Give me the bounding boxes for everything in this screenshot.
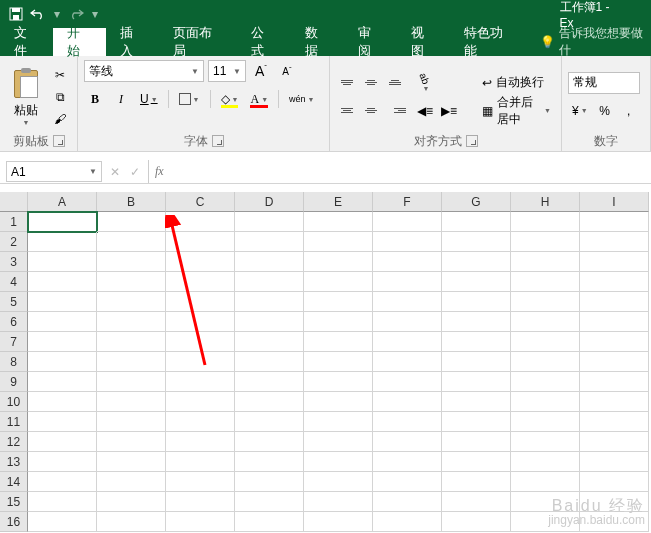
cell-G11[interactable] bbox=[442, 412, 511, 432]
cell-E15[interactable] bbox=[304, 492, 373, 512]
cell-A5[interactable] bbox=[28, 292, 97, 312]
cell-B14[interactable] bbox=[97, 472, 166, 492]
cell-H10[interactable] bbox=[511, 392, 580, 412]
font-color-button[interactable]: A▼ bbox=[246, 88, 272, 110]
cell-I8[interactable] bbox=[580, 352, 649, 372]
cell-E2[interactable] bbox=[304, 232, 373, 252]
tab-file[interactable]: 文件 bbox=[0, 28, 53, 56]
cell-A12[interactable] bbox=[28, 432, 97, 452]
cell-I6[interactable] bbox=[580, 312, 649, 332]
cell-F13[interactable] bbox=[373, 452, 442, 472]
cell-G7[interactable] bbox=[442, 332, 511, 352]
row-header-16[interactable]: 16 bbox=[0, 512, 28, 532]
italic-button[interactable]: I bbox=[110, 88, 132, 110]
col-header-C[interactable]: C bbox=[166, 192, 235, 212]
cell-H9[interactable] bbox=[511, 372, 580, 392]
cell-C15[interactable] bbox=[166, 492, 235, 512]
col-header-A[interactable]: A bbox=[28, 192, 97, 212]
cell-F6[interactable] bbox=[373, 312, 442, 332]
cell-H3[interactable] bbox=[511, 252, 580, 272]
tab-page-layout[interactable]: 页面布局 bbox=[159, 28, 237, 56]
cell-I13[interactable] bbox=[580, 452, 649, 472]
cell-H2[interactable] bbox=[511, 232, 580, 252]
cell-F11[interactable] bbox=[373, 412, 442, 432]
cell-I9[interactable] bbox=[580, 372, 649, 392]
cut-button[interactable]: ✂ bbox=[50, 66, 70, 84]
cell-D13[interactable] bbox=[235, 452, 304, 472]
cell-I10[interactable] bbox=[580, 392, 649, 412]
cell-H4[interactable] bbox=[511, 272, 580, 292]
cell-H16[interactable] bbox=[511, 512, 580, 532]
cell-D9[interactable] bbox=[235, 372, 304, 392]
cell-A8[interactable] bbox=[28, 352, 97, 372]
cell-B7[interactable] bbox=[97, 332, 166, 352]
cell-C10[interactable] bbox=[166, 392, 235, 412]
cell-I3[interactable] bbox=[580, 252, 649, 272]
cell-B13[interactable] bbox=[97, 452, 166, 472]
cell-I16[interactable] bbox=[580, 512, 649, 532]
cell-G8[interactable] bbox=[442, 352, 511, 372]
cell-G15[interactable] bbox=[442, 492, 511, 512]
cell-A16[interactable] bbox=[28, 512, 97, 532]
row-header-15[interactable]: 15 bbox=[0, 492, 28, 512]
row-header-11[interactable]: 11 bbox=[0, 412, 28, 432]
cell-H8[interactable] bbox=[511, 352, 580, 372]
fx-icon[interactable]: fx bbox=[149, 160, 170, 183]
cell-I5[interactable] bbox=[580, 292, 649, 312]
row-header-14[interactable]: 14 bbox=[0, 472, 28, 492]
cell-I4[interactable] bbox=[580, 272, 649, 292]
cell-B3[interactable] bbox=[97, 252, 166, 272]
cell-E8[interactable] bbox=[304, 352, 373, 372]
cell-B10[interactable] bbox=[97, 392, 166, 412]
cell-A2[interactable] bbox=[28, 232, 97, 252]
copy-button[interactable]: ⧉ bbox=[50, 88, 70, 106]
row-header-3[interactable]: 3 bbox=[0, 252, 28, 272]
row-header-1[interactable]: 1 bbox=[0, 212, 28, 232]
cell-F1[interactable] bbox=[373, 212, 442, 232]
save-icon[interactable] bbox=[8, 6, 24, 22]
cell-B1[interactable] bbox=[97, 212, 166, 232]
tab-special[interactable]: 特色功能 bbox=[450, 28, 528, 56]
shrink-font-button[interactable]: Aˇ bbox=[276, 60, 298, 82]
cell-G12[interactable] bbox=[442, 432, 511, 452]
cell-D4[interactable] bbox=[235, 272, 304, 292]
cell-E10[interactable] bbox=[304, 392, 373, 412]
cell-A9[interactable] bbox=[28, 372, 97, 392]
cell-G9[interactable] bbox=[442, 372, 511, 392]
cell-F5[interactable] bbox=[373, 292, 442, 312]
row-header-2[interactable]: 2 bbox=[0, 232, 28, 252]
cell-E13[interactable] bbox=[304, 452, 373, 472]
cell-C12[interactable] bbox=[166, 432, 235, 452]
cell-G1[interactable] bbox=[442, 212, 511, 232]
cell-B16[interactable] bbox=[97, 512, 166, 532]
cell-B9[interactable] bbox=[97, 372, 166, 392]
align-center-button[interactable] bbox=[360, 100, 382, 122]
cell-B4[interactable] bbox=[97, 272, 166, 292]
row-header-13[interactable]: 13 bbox=[0, 452, 28, 472]
cell-E14[interactable] bbox=[304, 472, 373, 492]
fill-color-button[interactable]: ◇▼ bbox=[217, 88, 243, 110]
cell-C3[interactable] bbox=[166, 252, 235, 272]
cell-C16[interactable] bbox=[166, 512, 235, 532]
comma-button[interactable]: , bbox=[618, 100, 640, 122]
cell-F4[interactable] bbox=[373, 272, 442, 292]
cell-F2[interactable] bbox=[373, 232, 442, 252]
cell-F12[interactable] bbox=[373, 432, 442, 452]
cell-F14[interactable] bbox=[373, 472, 442, 492]
cell-F7[interactable] bbox=[373, 332, 442, 352]
underline-button[interactable]: U▼ bbox=[136, 88, 162, 110]
cell-D11[interactable] bbox=[235, 412, 304, 432]
cell-H14[interactable] bbox=[511, 472, 580, 492]
cell-C1[interactable] bbox=[166, 212, 235, 232]
formula-input[interactable] bbox=[170, 160, 651, 183]
align-bottom-button[interactable] bbox=[384, 72, 406, 94]
align-right-button[interactable] bbox=[384, 100, 406, 122]
cell-H1[interactable] bbox=[511, 212, 580, 232]
cell-G5[interactable] bbox=[442, 292, 511, 312]
cell-D5[interactable] bbox=[235, 292, 304, 312]
tab-home[interactable]: 开始 bbox=[53, 28, 106, 56]
cell-D12[interactable] bbox=[235, 432, 304, 452]
cell-C9[interactable] bbox=[166, 372, 235, 392]
row-header-12[interactable]: 12 bbox=[0, 432, 28, 452]
tab-formulas[interactable]: 公式 bbox=[237, 28, 290, 56]
